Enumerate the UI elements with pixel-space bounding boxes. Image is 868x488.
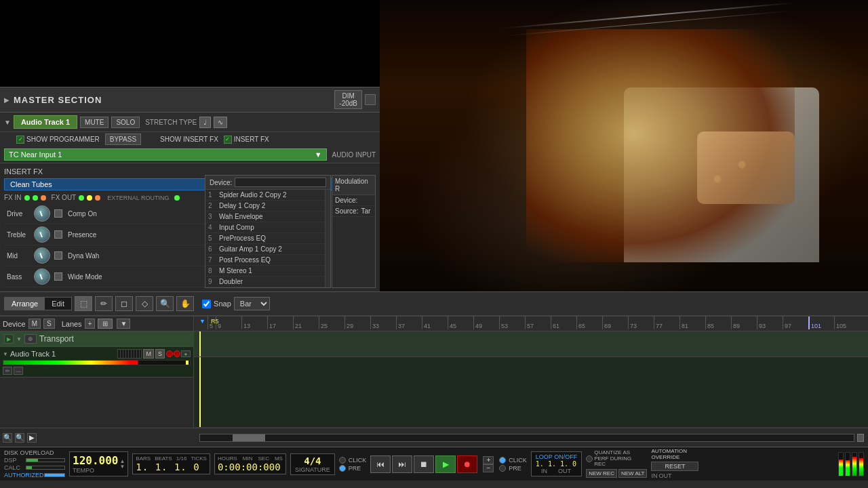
mid-knob[interactable] — [34, 247, 50, 264]
stretch-wave-btn[interactable]: ∿ — [214, 117, 227, 128]
click-label: CLICK — [349, 457, 367, 464]
fast-forward-btn[interactable]: ⏭ — [392, 455, 412, 473]
monitor-indicator[interactable]: ● — [181, 350, 191, 357]
fx-device-item-8[interactable]: 8M Stereo 1 — [205, 266, 325, 277]
presence-checkbox[interactable] — [54, 230, 62, 239]
reset-btn[interactable]: RESET — [651, 462, 698, 471]
bass-knob[interactable] — [34, 268, 50, 285]
snap-select[interactable]: Bar Beat 1/16 — [234, 297, 270, 310]
fx-device-item-1[interactable]: 1Spider Audio 2 Copy 2 — [205, 190, 325, 201]
new-alt-btn[interactable]: NEW ALT — [618, 469, 648, 478]
plus-btn[interactable]: + — [483, 456, 494, 464]
solo-button[interactable]: SOLO — [111, 117, 140, 128]
show-insert-fx-checkbox[interactable]: ✓ INSERT FX — [224, 136, 269, 144]
select-tool-btn[interactable]: ⬚ — [75, 296, 92, 311]
pre-right-label: PRE — [509, 465, 521, 472]
track-name-button[interactable]: Audio Track 1 — [14, 115, 77, 129]
tempo-down-btn[interactable]: ▼ — [119, 464, 125, 470]
fx-device-item-4[interactable]: 4Input Comp — [205, 222, 325, 233]
fx-in-label: FX IN — [4, 194, 22, 201]
position-value: 1. 1. 1. 0 — [136, 462, 207, 472]
dim-button[interactable]: DIM-20dB — [334, 90, 362, 109]
mute-tool-btn[interactable]: ◇ — [136, 296, 153, 311]
fx-device-item-3[interactable]: 3Wah Envelope — [205, 211, 325, 222]
fx-device-item-5[interactable]: 5PreProcess EQ — [205, 233, 325, 244]
hand-tool-btn[interactable]: ✋ — [176, 296, 194, 311]
bypass-button[interactable]: BYPASS — [105, 134, 141, 145]
zoom-out-btn[interactable]: 🔍 — [3, 433, 12, 443]
track-settings-btn[interactable]: — — [14, 367, 23, 375]
insert-fx-label: SHOW INSERT FX — [160, 136, 218, 143]
transport-expand-icon[interactable]: ▼ — [16, 336, 22, 342]
device-list-scrollbar[interactable] — [325, 190, 330, 287]
dyna-wah-checkbox[interactable] — [54, 251, 62, 260]
pre-label: PRE — [349, 465, 361, 472]
ext-routing-dot — [174, 195, 180, 201]
scroll-thumb[interactable] — [233, 434, 265, 441]
transport-track[interactable]: ▶ ▼ ⊕ Transport — [0, 331, 193, 347]
click-right-label: CLICK — [509, 457, 527, 464]
audio-track-name: Audio Track 1 — [10, 350, 56, 358]
stop-btn[interactable]: ⏹ — [414, 455, 434, 473]
time-section: HOURS MIN SEC MS 0:00:00:000 — [214, 453, 286, 474]
erase-tool-btn[interactable]: ◻ — [115, 296, 133, 311]
video-area-top — [0, 0, 380, 87]
fx-device-item-2[interactable]: 2Delay 1 Copy 2 — [205, 201, 325, 211]
arrange-tab[interactable]: Arrange — [5, 298, 45, 310]
horizontal-scrollbar[interactable] — [199, 434, 854, 442]
audio-track-mute-btn[interactable]: M — [143, 349, 154, 359]
audio-track-solo-btn[interactable]: S — [155, 349, 165, 359]
play-scroll-btn[interactable]: ▶ — [27, 433, 37, 443]
quantize-dot[interactable] — [586, 455, 593, 462]
wide-mode-checkbox[interactable] — [54, 272, 62, 281]
lanes-view-btn[interactable]: ⊞ — [98, 319, 113, 329]
fx-device-item-9[interactable]: 9Doubler — [205, 277, 325, 287]
tempo-section: 120.000 TEMPO ▲ ▼ — [69, 451, 128, 476]
snap-checkbox[interactable] — [202, 300, 211, 308]
stretch-note-btn[interactable]: ♩ — [199, 117, 211, 128]
rewind-btn[interactable]: ⏮ — [370, 455, 391, 473]
click-dot[interactable] — [339, 457, 346, 464]
edit-tab[interactable]: Edit — [45, 298, 71, 310]
record-btn[interactable]: ⏺ — [457, 455, 477, 473]
fx-device-item-7[interactable]: 7Post Process EQ — [205, 255, 325, 266]
fx-device-item-6[interactable]: 6Guitar Amp 1 Copy 2 — [205, 244, 325, 255]
loop-section: LOOP ON/OFF 1. 1. 1. 0 IN OUT — [531, 451, 582, 476]
tempo-value: 120.000 — [73, 454, 118, 467]
minus-btn[interactable]: − — [483, 464, 494, 472]
tempo-label: TEMPO — [73, 467, 118, 474]
add-lanes-btn[interactable]: + — [85, 319, 96, 329]
modulation-panel: Modulation R Device: Source: Tar — [332, 175, 376, 288]
fx-in-dot1 — [24, 195, 30, 201]
audio-timeline-row[interactable] — [194, 357, 868, 428]
playhead — [199, 331, 201, 357]
mid-label: Mid — [7, 252, 34, 260]
show-programmer-checkbox[interactable]: ✓ SHOW PROGRAMMER — [16, 136, 100, 144]
track-edit-btn[interactable]: ✏ — [3, 367, 12, 375]
audio-input-label: AUDIO INPUT — [332, 151, 376, 159]
mod-device-label: Device: — [332, 195, 375, 206]
mute-button[interactable]: MUTE — [80, 117, 108, 128]
stretch-type-label: STRETCH TYPE — [145, 119, 197, 126]
arrange-edit-group: Arrange Edit — [4, 297, 72, 310]
pre-dot[interactable] — [339, 465, 346, 472]
new-rec-btn[interactable]: NEW REC — [586, 469, 617, 478]
loop-label: LOOP ON/OFF — [536, 453, 577, 460]
master-expand-btn[interactable]: ▶ — [4, 96, 9, 104]
drive-knob[interactable] — [34, 205, 50, 222]
audio-input-select[interactable]: TC Near Input 1 ▼ — [4, 148, 327, 161]
pencil-tool-btn[interactable]: ✏ — [95, 296, 113, 311]
device-m-btn[interactable]: M — [28, 319, 41, 329]
click-right-dot[interactable] — [499, 457, 506, 464]
zoom-tool-btn[interactable]: 🔍 — [156, 296, 174, 311]
audio-track-expand[interactable]: ▼ — [3, 351, 8, 357]
track-expand-btn[interactable]: ▼ — [4, 119, 11, 126]
scroll-right-indicator — [857, 434, 864, 442]
zoom-in-btn[interactable]: 🔍 — [15, 433, 24, 443]
play-btn[interactable]: ▶ — [435, 455, 456, 473]
track-list-more-btn[interactable]: ▼ — [117, 319, 130, 329]
pre-right-dot[interactable] — [499, 465, 506, 472]
comp-on-checkbox[interactable] — [54, 209, 62, 218]
treble-knob[interactable] — [34, 226, 50, 243]
device-s-btn[interactable]: S — [43, 319, 55, 329]
